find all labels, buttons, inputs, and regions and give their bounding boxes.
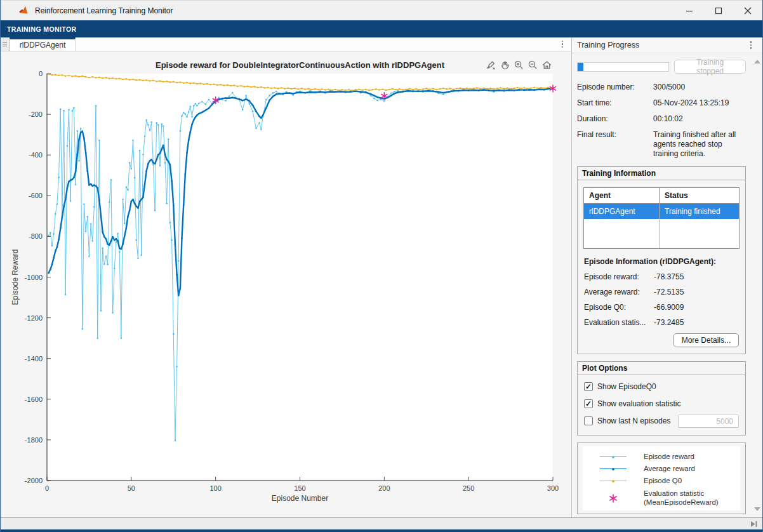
tab-actions-button[interactable] (554, 37, 571, 51)
matlab-logo-icon (18, 5, 29, 16)
panel-body: Training stopped Episode number: 300/500… (572, 53, 762, 517)
svg-text:-400: -400 (29, 151, 43, 159)
zoom-in-icon (514, 60, 524, 70)
svg-text:-600: -600 (29, 192, 43, 199)
plot-options-section: Plot Options Show EpisodeQ0 Show evaluat… (577, 361, 746, 436)
close-button[interactable] (733, 1, 762, 20)
chart-title: Episode reward for DoubleIntegratorConti… (47, 60, 553, 70)
titlebar: Reinforcement Learning Training Monitor (1, 0, 762, 20)
svg-text:-200: -200 (29, 110, 43, 118)
checkbox-icon (584, 399, 593, 408)
episode-number-value: 300/5000 (653, 83, 746, 92)
field-label: Final result: (577, 130, 653, 159)
average-reward-value: -72.5135 (654, 288, 684, 296)
table-row[interactable]: rlDDPGAgent Training finished (584, 204, 739, 219)
asterisk-marker (583, 493, 644, 503)
checkbox-label: Show EpisodeQ0 (597, 382, 656, 391)
field-label: Duration: (577, 114, 653, 124)
svg-text:Episode Reward: Episode Reward (11, 249, 20, 305)
pan-button[interactable] (499, 59, 510, 70)
brush-button[interactable] (485, 59, 496, 70)
evaluation-statistic-value: -73.2485 (654, 318, 684, 327)
show-evaluation-statistic-checkbox[interactable]: Show evaluation statistic (584, 399, 745, 408)
training-progress-bar (577, 62, 669, 72)
maximize-icon (715, 7, 722, 15)
figure-area: 0501001502002503000-200-400-600-800-1000… (1, 51, 571, 517)
minimize-button[interactable] (675, 1, 704, 20)
zoom-out-button[interactable] (527, 59, 538, 70)
agent-cell: rlDDPGAgent (584, 204, 660, 219)
kebab-menu-icon (562, 41, 564, 48)
ribbon-tab-training-monitor[interactable]: TRAINING MONITOR (1, 25, 76, 33)
svg-text:-1000: -1000 (25, 274, 43, 281)
legend-label: Episode reward (644, 453, 694, 462)
legend-item-episode-q0: Episode Q0 (583, 475, 740, 487)
column-header-status: Status (660, 188, 739, 204)
axes-toolbar (485, 59, 552, 70)
duration-value: 00:10:02 (653, 114, 746, 124)
tab-grip-handle[interactable] (1, 37, 10, 51)
asterisk-icon (608, 493, 618, 503)
checkbox-label: Show last N episodes (597, 416, 670, 425)
training-progress-panel: Training Progress Training stopped Episo… (572, 37, 762, 517)
svg-text:200: 200 (378, 484, 390, 492)
line-dot-marker (583, 481, 644, 482)
legend-item-episode-reward: Episode reward (583, 451, 740, 463)
legend-item-average-reward: Average reward (583, 463, 740, 475)
scroll-up-icon[interactable] (754, 60, 760, 63)
maximize-button[interactable] (704, 1, 733, 20)
svg-text:-1800: -1800 (25, 436, 43, 444)
legend-label-line1: Evaluation statistic (644, 489, 719, 498)
episode-q0-value: -66.9009 (654, 303, 684, 312)
start-time-value: 05-Nov-2024 13:25:19 (653, 98, 746, 108)
zoom-in-button[interactable] (513, 59, 524, 70)
svg-text:-1600: -1600 (25, 396, 43, 403)
window-border (1, 529, 762, 532)
pan-icon (500, 60, 510, 70)
kebab-menu-icon (750, 41, 752, 49)
window-title: Reinforcement Learning Training Monitor (35, 6, 173, 15)
panel-header: Training Progress (572, 37, 762, 53)
section-title: Plot Options (578, 362, 745, 375)
training-stopped-button[interactable]: Training stopped (674, 60, 746, 74)
reward-chart[interactable]: 0501001502002503000-200-400-600-800-1000… (1, 51, 571, 515)
svg-text:-1400: -1400 (25, 355, 43, 362)
zoom-out-icon (527, 60, 538, 70)
close-icon (744, 7, 752, 15)
statusbar (1, 517, 762, 529)
ribbon: TRAINING MONITOR (1, 20, 762, 37)
svg-text:50: 50 (128, 484, 135, 492)
brush-icon (486, 60, 496, 70)
n-episodes-input[interactable] (678, 415, 739, 428)
more-details-button[interactable]: More Details... (673, 333, 739, 347)
line-dot-marker (583, 456, 644, 458)
status-cell: Training finished (660, 204, 739, 219)
legend-item-evaluation-statistic: Evaluation statistic (MeanEpisodeReward) (583, 489, 740, 507)
svg-text:0: 0 (39, 70, 43, 77)
svg-text:Episode Number: Episode Number (272, 494, 328, 503)
agent-status-table: Agent Status rlDDPGAgent Training finish… (583, 187, 740, 249)
svg-text:250: 250 (463, 484, 474, 492)
checkbox-label: Show evaluation statistic (597, 399, 680, 408)
document-tabstrip: rlDDPGAgent (1, 37, 571, 51)
panel-actions-button[interactable] (745, 41, 757, 49)
expand-panel-button[interactable] (749, 519, 759, 529)
tab-rlddpgagent[interactable]: rlDDPGAgent (10, 37, 76, 51)
panel-title: Training Progress (577, 41, 639, 50)
show-last-n-episodes-checkbox[interactable]: Show last N episodes (584, 416, 745, 425)
checkbox-icon (584, 382, 593, 391)
episode-information-title: Episode Information (rlDDPGAgent): (584, 257, 745, 266)
restore-view-button[interactable] (541, 59, 552, 70)
table-empty-area (584, 219, 739, 248)
stat-label: Episode reward: (584, 272, 654, 281)
home-icon (541, 60, 552, 70)
legend-label: Episode Q0 (644, 477, 682, 486)
scroll-down-icon[interactable] (754, 507, 760, 511)
svg-text:-1200: -1200 (25, 314, 43, 322)
svg-text:0: 0 (45, 484, 49, 492)
panel-scrollbar[interactable] (752, 53, 762, 517)
svg-text:-2000: -2000 (25, 477, 43, 484)
show-episodeq0-checkbox[interactable]: Show EpisodeQ0 (584, 382, 745, 391)
column-header-agent: Agent (584, 188, 660, 204)
final-result-value: Training finished after all agents reach… (653, 130, 746, 159)
